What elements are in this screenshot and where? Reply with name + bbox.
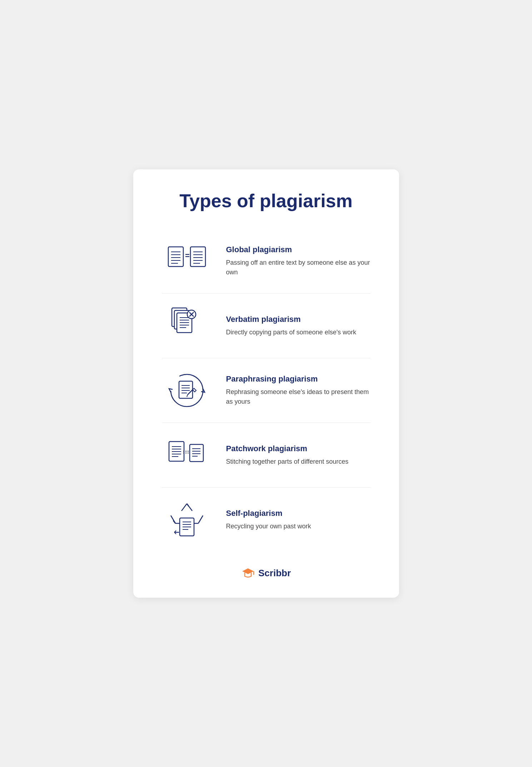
footer: Scribbr bbox=[162, 566, 371, 580]
patchwork-text: Patchwork plagiarism Stitching together … bbox=[226, 444, 371, 467]
patchwork-title: Patchwork plagiarism bbox=[226, 444, 371, 453]
items-list: = Global plagiarism Passing off an entir… bbox=[162, 229, 371, 552]
scribbr-logo: Scribbr bbox=[241, 566, 291, 580]
list-item: Paraphrasing plagiarism Rephrasing someo… bbox=[162, 358, 371, 423]
list-item: = Global plagiarism Passing off an entir… bbox=[162, 229, 371, 294]
list-item: Patchwork plagiarism Stitching together … bbox=[162, 423, 371, 488]
page-title: Types of plagiarism bbox=[162, 191, 371, 211]
self-text: Self-plagiarism Recycling your own past … bbox=[226, 509, 371, 531]
patchwork-plagiarism-icon bbox=[162, 434, 212, 477]
paraphrasing-title: Paraphrasing plagiarism bbox=[226, 374, 371, 384]
global-plagiarism-icon: = bbox=[162, 240, 212, 283]
list-item: Self-plagiarism Recycling your own past … bbox=[162, 488, 371, 552]
self-plagiarism-icon bbox=[162, 498, 212, 541]
svg-rect-25 bbox=[179, 381, 193, 398]
global-desc: Passing off an entire text by someone el… bbox=[226, 258, 371, 277]
paraphrasing-plagiarism-icon bbox=[162, 369, 212, 412]
global-text: Global plagiarism Passing off an entire … bbox=[226, 245, 371, 277]
svg-rect-40 bbox=[190, 444, 203, 462]
main-card: Types of plagiarism = bbox=[133, 169, 399, 598]
paraphrasing-desc: Rephrasing someone else's ideas to prese… bbox=[226, 387, 371, 407]
list-item: Verbatim plagiarism Directly copying par… bbox=[162, 294, 371, 358]
footer-brand-name: Scribbr bbox=[258, 568, 291, 579]
verbatim-title: Verbatim plagiarism bbox=[226, 315, 371, 324]
patchwork-desc: Stitching together parts of different so… bbox=[226, 457, 371, 467]
self-title: Self-plagiarism bbox=[226, 509, 371, 518]
paraphrasing-text: Paraphrasing plagiarism Rephrasing someo… bbox=[226, 374, 371, 407]
global-title: Global plagiarism bbox=[226, 245, 371, 254]
verbatim-text: Verbatim plagiarism Directly copying par… bbox=[226, 315, 371, 337]
verbatim-plagiarism-icon bbox=[162, 304, 212, 347]
verbatim-desc: Directly copying parts of someone else's… bbox=[226, 328, 371, 337]
scribbr-logo-icon bbox=[241, 566, 255, 580]
svg-text:=: = bbox=[185, 251, 190, 260]
self-desc: Recycling your own past work bbox=[226, 522, 371, 531]
